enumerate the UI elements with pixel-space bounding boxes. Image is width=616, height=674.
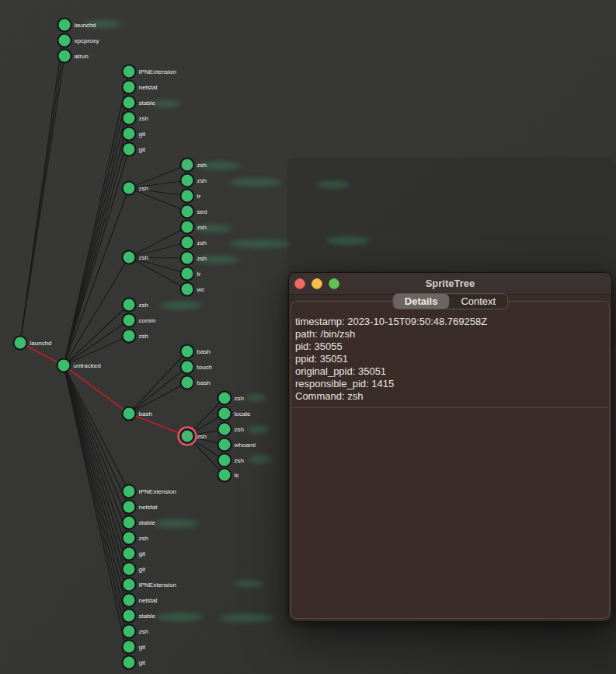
process-circle [181, 430, 194, 443]
process-label: tr [197, 193, 201, 200]
tree-node[interactable]: bash [181, 376, 211, 389]
process-circle [181, 221, 194, 234]
window-titlebar[interactable]: SpriteTree [289, 273, 611, 295]
process-circle [58, 19, 71, 32]
process-label: git [139, 644, 146, 651]
tree-edge [64, 365, 129, 554]
process-circle [123, 299, 136, 312]
tree-node[interactable]: stable [123, 516, 156, 529]
tree-node[interactable]: atrun [58, 50, 89, 63]
tree-node[interactable]: xpcproxy [58, 34, 99, 47]
tree-node[interactable]: tr [181, 267, 201, 281]
tree-node[interactable]: zsh [181, 159, 207, 172]
tree-node[interactable]: zsh [218, 392, 244, 405]
tree-node[interactable]: git [123, 656, 146, 669]
process-label: untracked [74, 362, 101, 369]
tree-node[interactable]: IPNExtension [123, 65, 176, 79]
tree-node[interactable]: sed [181, 205, 207, 218]
tree-node[interactable]: untracked [57, 359, 101, 372]
process-circle [123, 485, 136, 498]
tree-node[interactable]: tr [181, 190, 201, 203]
tree-edge [20, 56, 64, 343]
spritetree-window: SpriteTree Details Context timestamp: 20… [288, 272, 612, 622]
process-circle [123, 251, 136, 264]
tree-node[interactable]: zsh [181, 252, 207, 265]
tree-node[interactable]: zsh [123, 532, 148, 545]
tab-details[interactable]: Details [393, 294, 450, 309]
process-circle [181, 252, 194, 265]
tree-node[interactable]: git [123, 127, 146, 141]
tree-edge [129, 367, 187, 414]
tree-node[interactable]: netstat [123, 501, 158, 514]
tree-node-selected[interactable]: zsh [179, 428, 207, 445]
tree-node[interactable]: zsh [123, 112, 148, 125]
tree-node[interactable]: IPNExtension [123, 578, 176, 592]
process-circle [181, 174, 194, 187]
tree-node[interactable]: zsh [218, 454, 244, 467]
process-label: git [139, 550, 146, 557]
tree-node[interactable]: zsh [181, 236, 207, 250]
tree-node[interactable]: zsh [123, 182, 148, 195]
process-label: netstat [139, 84, 158, 91]
tree-node[interactable]: git [123, 563, 146, 576]
tree-node[interactable]: bash [181, 345, 211, 358]
process-label: netstat [139, 597, 158, 604]
tree-edge [64, 365, 129, 507]
process-label: tr [197, 271, 201, 278]
tree-node[interactable]: git [123, 641, 146, 654]
process-circle [123, 407, 136, 421]
tree-node[interactable]: stable [123, 609, 156, 623]
process-label: git [139, 131, 146, 138]
process-circle [218, 423, 231, 436]
ghost-smudge [160, 302, 202, 309]
tree-edge [129, 351, 187, 414]
tree-edge [64, 118, 129, 365]
tree-node[interactable]: whoami [218, 438, 256, 452]
process-circle [218, 438, 231, 452]
process-label: zsh [197, 177, 207, 184]
tree-node[interactable]: zsh [123, 330, 148, 343]
process-circle [181, 376, 194, 389]
ghost-smudge [152, 100, 180, 107]
detail-line: path: /bin/zsh [295, 328, 605, 340]
tree-node[interactable]: comm [123, 314, 156, 327]
tree-node[interactable]: zsh [123, 625, 148, 638]
process-label: IPNExtension [139, 68, 176, 75]
tree-node[interactable]: stable [123, 96, 156, 110]
tree-edge [129, 257, 187, 258]
tree-node[interactable]: ls [218, 469, 239, 482]
tree-node[interactable]: launchd [14, 337, 52, 350]
tree-edge [129, 243, 187, 257]
process-circle [123, 625, 136, 638]
ghost-smudge [154, 519, 199, 528]
process-circle [123, 112, 136, 125]
process-circle [123, 547, 136, 561]
process-label: touch [197, 364, 213, 371]
process-circle [58, 50, 71, 63]
detail-line: timestamp: 2023-10-15T09:50:48.769258Z [295, 316, 605, 328]
process-label: bash [139, 410, 152, 417]
process-label: zsh [139, 535, 148, 542]
tree-node[interactable]: locale [218, 407, 251, 421]
tree-node[interactable]: git [123, 143, 146, 156]
process-label: git [139, 566, 146, 573]
tree-node[interactable]: netstat [123, 81, 158, 94]
tree-node[interactable]: wc [181, 283, 205, 296]
tree-node[interactable]: zsh [218, 423, 244, 436]
details-content: timestamp: 2023-10-15T09:50:48.769258Zpa… [295, 316, 605, 403]
tree-node[interactable]: git [123, 547, 146, 561]
process-label: zsh [197, 255, 207, 262]
tab-context[interactable]: Context [449, 294, 507, 309]
process-circle [57, 359, 71, 372]
process-circle [218, 407, 231, 421]
tab-bar: Details Context [392, 293, 508, 309]
tree-node[interactable]: zsh [181, 174, 207, 187]
tree-node[interactable]: zsh [123, 299, 148, 312]
detail-line: pid: 35055 [295, 340, 605, 353]
process-circle [123, 532, 136, 545]
tree-node[interactable]: IPNExtension [123, 485, 176, 498]
detail-line: original_ppid: 35051 [295, 365, 605, 378]
tree-node[interactable]: launchd [58, 19, 96, 32]
tree-node[interactable]: netstat [123, 594, 158, 607]
tree-node[interactable]: touch [181, 361, 213, 374]
